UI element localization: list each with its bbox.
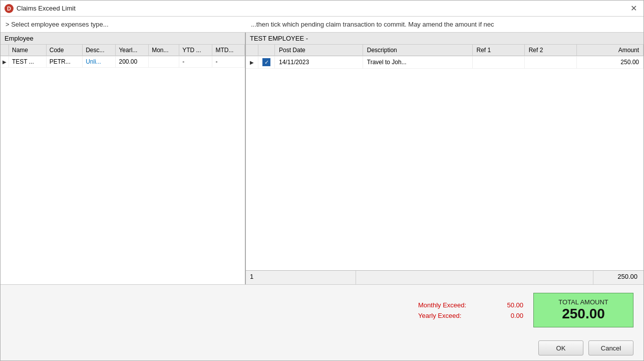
total-amount-label: TOTAL AMOUNT bbox=[544, 298, 623, 306]
left-row-code: PETR... bbox=[46, 56, 82, 68]
right-row-arrow: ▶ bbox=[246, 56, 258, 69]
cancel-button[interactable]: Cancel bbox=[588, 340, 633, 355]
title-bar: D Claims Exceed Limit ✕ bbox=[1, 1, 643, 17]
right-col-description: Description bbox=[363, 45, 472, 56]
right-col-arrow bbox=[246, 45, 258, 56]
left-col-ytd: YTD ... bbox=[179, 45, 212, 56]
right-table-header-row: Post Date Description Ref 1 Ref 2 Amount bbox=[246, 45, 643, 56]
right-table-row[interactable]: ▶ ✓ 14/11/2023 Travel to Joh... 250.00 bbox=[246, 56, 643, 69]
right-row-checkbox-cell[interactable]: ✓ bbox=[258, 56, 275, 69]
right-panel: TEST EMPLOYEE - Post Date Description Re… bbox=[246, 33, 643, 284]
yearly-exceed-value: 0.00 bbox=[493, 312, 523, 319]
monthly-exceed-label: Monthly Exceed: bbox=[418, 301, 488, 309]
bottom-section: Monthly Exceed: 50.00 Yearly Exceed: 0.0… bbox=[1, 284, 643, 335]
left-row-ytd: - bbox=[179, 56, 212, 68]
right-table: Post Date Description Ref 1 Ref 2 Amount… bbox=[246, 45, 643, 69]
subtitle-right-text: ...then tick which pending claim transac… bbox=[251, 21, 638, 28]
yearly-exceed-label: Yearly Exceed: bbox=[418, 312, 488, 319]
right-tab-label: TEST EMPLOYEE - bbox=[250, 35, 308, 42]
left-col-monthly: Mon... bbox=[149, 45, 179, 56]
left-col-arrow bbox=[1, 45, 9, 56]
dialog-title: Claims Exceed Limit bbox=[17, 5, 76, 12]
left-table-header-row: Name Code Desc... Yearl... Mon... YTD ..… bbox=[1, 45, 245, 56]
left-col-yearly: Yearl... bbox=[116, 45, 149, 56]
exceed-section: Monthly Exceed: 50.00 Yearly Exceed: 0.0… bbox=[418, 301, 523, 319]
right-col-postdate: Post Date bbox=[275, 45, 363, 56]
left-row-name: TEST ... bbox=[9, 56, 47, 68]
close-button[interactable]: ✕ bbox=[627, 3, 639, 15]
left-row-monthly bbox=[149, 56, 179, 68]
left-panel-header: Employee bbox=[1, 33, 245, 45]
left-col-name: Name bbox=[9, 45, 47, 56]
left-row-desc: Unli... bbox=[83, 56, 116, 68]
monthly-exceed-line: Monthly Exceed: 50.00 bbox=[418, 301, 523, 309]
right-table-footer: 1 250.00 bbox=[246, 270, 643, 284]
title-bar-left: D Claims Exceed Limit bbox=[5, 4, 76, 13]
left-row-mtd: - bbox=[212, 56, 245, 68]
right-panel-tab: TEST EMPLOYEE - bbox=[246, 33, 643, 45]
buttons-row: OK Cancel bbox=[1, 335, 643, 360]
right-row-description: Travel to Joh... bbox=[363, 56, 472, 69]
yearly-exceed-line: Yearly Exceed: 0.00 bbox=[418, 312, 523, 319]
left-panel: Employee Name Code Desc... Yearl... Mon.… bbox=[1, 33, 246, 284]
left-col-desc: Desc... bbox=[83, 45, 116, 56]
right-panel-spacer bbox=[246, 69, 643, 270]
left-table: Name Code Desc... Yearl... Mon... YTD ..… bbox=[1, 45, 245, 68]
total-amount-value: 250.00 bbox=[544, 306, 623, 322]
ok-button[interactable]: OK bbox=[538, 340, 583, 355]
footer-amount: 250.00 bbox=[593, 271, 643, 284]
row-arrow-icon: ▶ bbox=[1, 56, 9, 68]
main-content: Employee Name Code Desc... Yearl... Mon.… bbox=[1, 33, 643, 284]
monthly-exceed-value: 50.00 bbox=[493, 301, 523, 309]
right-row-amount: 250.00 bbox=[576, 56, 643, 69]
left-col-mtd: MTD... bbox=[212, 45, 245, 56]
right-col-amount: Amount bbox=[576, 45, 643, 56]
bottom-row: Monthly Exceed: 50.00 Yearly Exceed: 0.0… bbox=[11, 293, 633, 327]
subtitle-bar: > Select employee expenses type... ...th… bbox=[1, 17, 643, 33]
app-icon: D bbox=[5, 4, 14, 13]
subtitle-left-text: > Select employee expenses type... bbox=[6, 21, 251, 28]
total-amount-box: TOTAL AMOUNT 250.00 bbox=[533, 293, 633, 327]
left-col-code: Code bbox=[46, 45, 82, 56]
footer-mid bbox=[356, 271, 593, 284]
left-row-yearly: 200.00 bbox=[116, 56, 149, 68]
right-row-ref2 bbox=[524, 56, 576, 69]
right-col-checkbox bbox=[258, 45, 275, 56]
left-table-row[interactable]: ▶ TEST ... PETR... Unli... 200.00 - - bbox=[1, 56, 245, 68]
dialog: D Claims Exceed Limit ✕ > Select employe… bbox=[0, 0, 644, 361]
footer-count: 1 bbox=[246, 271, 356, 284]
right-row-postdate: 14/11/2023 bbox=[275, 56, 363, 69]
right-row-ref1 bbox=[472, 56, 524, 69]
right-col-ref2: Ref 2 bbox=[524, 45, 576, 56]
row-checkbox[interactable]: ✓ bbox=[262, 58, 270, 66]
right-col-ref1: Ref 1 bbox=[472, 45, 524, 56]
